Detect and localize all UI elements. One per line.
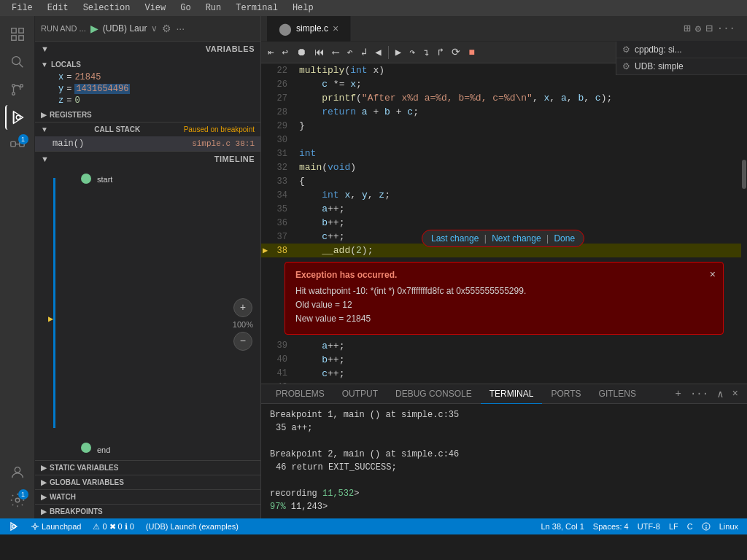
run-icon[interactable]: ▶ <box>90 23 98 34</box>
split-editor-icon[interactable]: ⊞ <box>684 21 691 36</box>
menu-help[interactable]: Help <box>287 1 320 15</box>
static-variables-header[interactable]: ▶ STATIC VARIABLES <box>35 461 260 475</box>
float-udb[interactable]: ⚙ UDB: simple <box>616 58 747 75</box>
terminal-tab-problems[interactable]: PROBLEMS <box>267 384 333 404</box>
dab-reverse-continue[interactable]: ⟵ <box>329 44 342 61</box>
dab-record[interactable]: ⏺ <box>293 44 310 61</box>
var-x[interactable]: x = 21845 <box>47 71 260 83</box>
status-language[interactable]: C <box>684 522 696 531</box>
timeline-end-dot <box>81 443 91 453</box>
warning-count: 0 <box>102 522 107 531</box>
svg-rect-14 <box>19 141 23 146</box>
global-variables-section: ▶ GLOBAL VARIABLES <box>35 475 260 489</box>
breakpoints-header[interactable]: ▶ BREAKPOINTS <box>35 505 260 518</box>
dab-undo[interactable]: ↩ <box>278 44 291 61</box>
dab-skip-back[interactable]: ⇤ <box>264 44 277 61</box>
terminal-tab-ports[interactable]: PORTS <box>542 384 589 404</box>
global-variables-header[interactable]: ▶ GLOBAL VARIABLES <box>35 475 260 489</box>
terminal-percent: 97% 11,243> <box>270 500 738 513</box>
tab-close-icon[interactable]: × <box>333 23 338 34</box>
activity-accounts[interactable] <box>5 460 30 485</box>
terminal-tab-terminal[interactable]: TERMINAL <box>481 384 543 404</box>
var-y[interactable]: y = 1431654496 <box>47 83 260 95</box>
editor-gear-icon[interactable]: ⚙ <box>695 23 701 35</box>
terminal-close-button[interactable]: × <box>729 386 741 401</box>
float-cppdbg[interactable]: ⚙ cppdbg: si... <box>616 42 747 58</box>
dab-continue[interactable]: ▶ <box>392 44 405 61</box>
terminal-line-6 <box>270 474 738 487</box>
exception-line-1: Hit watchpoint -10: *(int *) 0x7fffffffd… <box>295 284 713 298</box>
dab-stop[interactable]: ■ <box>465 44 478 61</box>
activity-source-control[interactable] <box>5 77 30 102</box>
registers-section[interactable]: ▶ Registers <box>35 106 260 122</box>
menu-bar: File Edit Selection View Go Run Terminal… <box>0 0 747 16</box>
status-encoding[interactable]: UTF-8 <box>635 522 663 531</box>
dab-step-into[interactable]: ↴ <box>420 44 433 61</box>
menu-run[interactable]: Run <box>200 1 228 15</box>
launch-gear-icon[interactable]: ⚙ <box>162 23 171 34</box>
menu-selection[interactable]: Selection <box>77 1 136 15</box>
activity-settings[interactable] <box>5 488 30 513</box>
editor-scrollbar[interactable] <box>741 63 747 384</box>
activity-run-debug[interactable] <box>5 105 30 130</box>
launch-chevron-icon[interactable]: ∨ <box>151 23 158 34</box>
variables-title: VARIABLES <box>206 44 255 53</box>
menu-edit[interactable]: Edit <box>42 1 74 15</box>
inline-change-tooltip[interactable]: Last change | Next change | Done <box>422 230 584 247</box>
activity-explorer[interactable] <box>5 22 30 47</box>
activity-search[interactable] <box>5 50 30 74</box>
launch-bar: RUN AND ... ▶ (UDB) Laur ∨ ⚙ ··· <box>35 16 260 42</box>
dab-step-over-back[interactable]: ↶ <box>343 44 356 61</box>
done-link[interactable]: Done <box>554 233 575 244</box>
status-line-ending[interactable]: LF <box>666 522 681 531</box>
menu-file[interactable]: File <box>6 1 39 15</box>
status-udb-launch[interactable]: (UDB) Launch (examples) <box>143 522 241 531</box>
scrollbar-thumb[interactable] <box>742 160 746 189</box>
status-debug-icon[interactable] <box>6 521 22 532</box>
dab-step-in-back[interactable]: ↲ <box>357 44 371 61</box>
terminal-tab-debug-console[interactable]: DEBUG CONSOLE <box>387 384 481 404</box>
terminal-collapse-button[interactable]: ∧ <box>714 386 726 402</box>
variables-header[interactable]: ▼ VARIABLES <box>35 42 260 56</box>
status-spaces[interactable]: Spaces: 4 <box>590 522 632 531</box>
var-z[interactable]: z = 0 <box>47 95 260 106</box>
warning-icon: ⚠ <box>93 522 100 532</box>
menu-view[interactable]: View <box>139 1 171 15</box>
status-os[interactable]: Linux <box>716 522 741 531</box>
status-position[interactable]: Ln 38, Col 1 <box>538 522 587 531</box>
timeline-minus-button[interactable]: − <box>233 332 252 351</box>
error-icon: ✖ <box>109 522 116 532</box>
editor-more-icon[interactable]: ··· <box>717 23 735 34</box>
editor-layout-icon[interactable]: ⊟ <box>705 21 713 36</box>
status-launchpad[interactable]: Launchpad <box>28 522 84 531</box>
dab-reverse-step[interactable]: ◀ <box>371 44 384 61</box>
stack-frame-main[interactable]: main() simple.c 38:1 <box>35 136 260 151</box>
dab-step-over[interactable]: ↷ <box>406 44 419 61</box>
last-change-link[interactable]: Last change <box>431 233 479 244</box>
status-warnings[interactable]: ⚠ 0 ✖ 0 ℹ 0 <box>90 522 136 532</box>
code-area[interactable]: 22 multiply(int x) 26 c *= x; 27 printf(… <box>261 63 747 384</box>
dab-reload[interactable]: ⟳ <box>448 44 464 61</box>
launch-more-icon[interactable]: ··· <box>176 23 185 34</box>
menu-go[interactable]: Go <box>174 1 196 15</box>
activity-extensions[interactable] <box>5 133 30 158</box>
exception-close-button[interactable]: × <box>710 268 716 280</box>
watch-header[interactable]: ▶ WATCH <box>35 490 260 504</box>
timeline-start-label: start <box>97 175 112 184</box>
timeline-header[interactable]: ▼ TIMELINE <box>35 152 260 166</box>
menu-terminal[interactable]: Terminal <box>230 1 284 15</box>
watch-label: WATCH <box>50 493 76 501</box>
terminal-add-button[interactable]: + <box>673 386 684 401</box>
dab-step-back[interactable]: ⏮ <box>311 44 328 61</box>
timeline-plus-button[interactable]: + <box>233 298 252 317</box>
tab-simple-c[interactable]: ⬤ simple.c × <box>267 16 351 42</box>
terminal-tab-output[interactable]: OUTPUT <box>333 384 387 404</box>
locals-section[interactable]: ▼ Locals <box>35 56 260 71</box>
terminal-tab-gitlens[interactable]: GITLENS <box>590 384 645 404</box>
dab-step-out[interactable]: ↱ <box>434 44 447 61</box>
call-stack-header[interactable]: ▼ CALL STACK Paused on breakpoint <box>35 122 260 136</box>
status-feedback[interactable] <box>699 522 713 531</box>
floating-right-panel: ⚙ cppdbg: si... ⚙ UDB: simple <box>616 42 747 75</box>
terminal-more-button[interactable]: ··· <box>687 386 711 401</box>
next-change-link[interactable]: Next change <box>492 233 541 244</box>
